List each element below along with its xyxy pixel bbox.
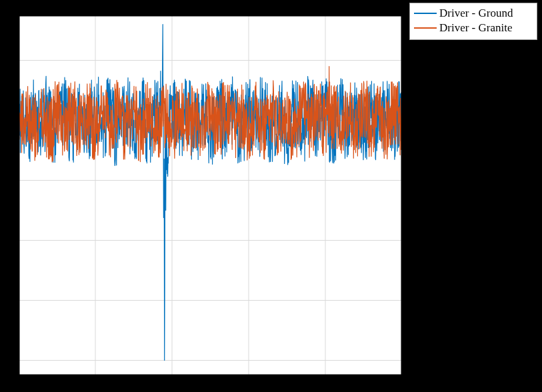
legend-label: Driver - Ground <box>439 7 513 20</box>
legend: Driver - Ground Driver - Granite <box>409 3 537 40</box>
axes-border <box>19 16 402 375</box>
legend-swatch-icon <box>414 13 437 14</box>
legend-label: Driver - Granite <box>439 21 513 35</box>
chart-axes <box>19 15 402 375</box>
chart-svg <box>19 15 402 375</box>
legend-item-ground: Driver - Ground <box>414 6 533 21</box>
chart-series <box>19 25 402 361</box>
legend-swatch-icon <box>414 27 437 29</box>
series-ground <box>19 25 402 361</box>
chart-grid <box>19 15 402 375</box>
legend-item-granite: Driver - Granite <box>414 21 533 35</box>
